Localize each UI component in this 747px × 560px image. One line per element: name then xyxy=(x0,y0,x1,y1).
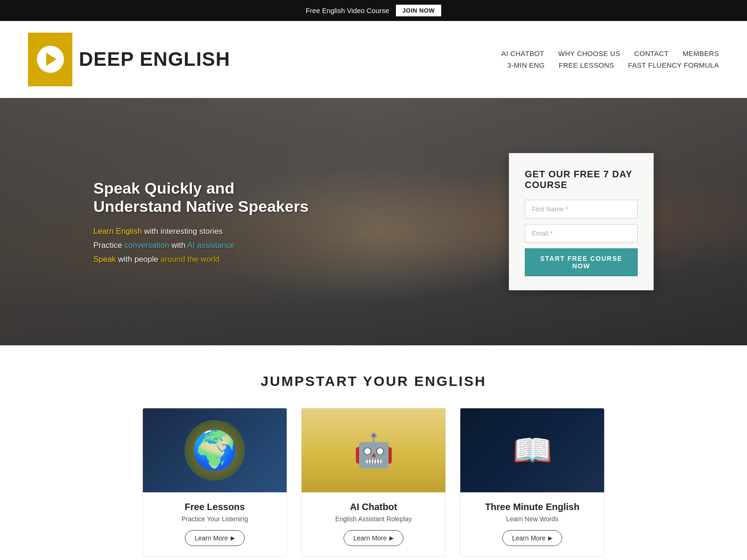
play-icon xyxy=(46,53,56,66)
hero-section: Speak Quickly and Understand Native Spea… xyxy=(0,98,747,345)
join-now-button[interactable]: JOIN NOW xyxy=(396,5,442,16)
highlight-ai: AI assistance xyxy=(187,241,234,250)
card-2: 📖 Three Minute English Learn New Words L… xyxy=(460,408,605,557)
card-title-2: Three Minute English xyxy=(470,502,595,512)
highlight-world: around the world xyxy=(161,255,220,264)
card-image-2: 📖 xyxy=(460,408,604,492)
nav-3-min-eng[interactable]: 3-MIN ENG xyxy=(507,61,544,69)
learn-more-arrow-0: ▶ xyxy=(231,535,235,541)
card-body-0: Free Lessons Practice Your Listening Lea… xyxy=(143,492,287,556)
nav-row-1: AI CHATBOTWHY CHOOSE USCONTACTMEMBERS xyxy=(501,49,719,57)
card-0: Free Lessons Practice Your Listening Lea… xyxy=(142,408,287,557)
learn-more-label-2: Learn More xyxy=(512,534,546,542)
hero-signup-form: GET OUR FREE 7 DAY COURSE START FREE COU… xyxy=(509,153,654,290)
first-name-input[interactable] xyxy=(525,200,638,218)
signup-title: GET OUR FREE 7 DAY COURSE xyxy=(525,169,638,190)
play-circle xyxy=(37,46,64,73)
card-title-0: Free Lessons xyxy=(152,502,277,512)
nav-members[interactable]: MEMBERS xyxy=(683,49,719,57)
cards-row: Free Lessons Practice Your Listening Lea… xyxy=(93,408,654,557)
promo-text: Free English Video Course xyxy=(306,7,389,14)
practice-text: Practice xyxy=(93,241,124,250)
jumpstart-title: JUMPSTART YOUR ENGLISH xyxy=(93,373,654,389)
with-text: with xyxy=(171,241,187,250)
header: DEEP ENGLISH AI CHATBOTWHY CHOOSE USCONT… xyxy=(0,21,747,98)
learn-more-button-1[interactable]: Learn More ▶ xyxy=(344,530,404,546)
hero-bullet-1: Learn English with interesting stories xyxy=(93,227,317,236)
with-people-text: with people xyxy=(118,255,161,264)
card-subtitle-2: Learn New Words xyxy=(470,515,595,523)
jumpstart-section: JUMPSTART YOUR ENGLISH Free Lessons Prac… xyxy=(0,345,747,560)
hero-title: Speak Quickly and Understand Native Spea… xyxy=(93,179,317,216)
card-title-1: AI Chatbot xyxy=(311,502,436,512)
nav-free-lessons[interactable]: FREE LESSONS xyxy=(559,61,614,69)
card-subtitle-1: English Assistant Roleplay xyxy=(311,515,436,523)
logo-text[interactable]: DEEP ENGLISH xyxy=(79,48,230,70)
hero-content: Speak Quickly and Understand Native Spea… xyxy=(93,179,317,264)
card-image-0 xyxy=(143,408,287,492)
learn-more-label-0: Learn More xyxy=(195,534,228,542)
nav-contact[interactable]: CONTACT xyxy=(634,49,669,57)
hero-bullet-2: Practice conversation with AI assistance xyxy=(93,241,317,250)
highlight-learn: Learn English xyxy=(93,227,142,236)
card-subtitle-0: Practice Your Listening xyxy=(152,515,277,523)
bullet-1-text: with interesting stories xyxy=(144,227,223,236)
card-body-2: Three Minute English Learn New Words Lea… xyxy=(460,492,604,556)
top-bar: Free English Video Course JOIN NOW xyxy=(0,0,747,21)
highlight-speak: Speak xyxy=(93,255,116,264)
nav-row-2: 3-MIN ENGFREE LESSONSFAST FLUENCY FORMUL… xyxy=(507,61,719,69)
learn-more-arrow-1: ▶ xyxy=(389,535,394,541)
logo-area: DEEP ENGLISH xyxy=(28,33,230,86)
nav-area: AI CHATBOTWHY CHOOSE USCONTACTMEMBERS 3-… xyxy=(501,49,719,69)
hero-bullets: Learn English with interesting stories P… xyxy=(93,227,317,264)
highlight-conversation: conversation xyxy=(124,241,169,250)
learn-more-button-0[interactable]: Learn More ▶ xyxy=(185,530,245,546)
card-body-1: AI Chatbot English Assistant Roleplay Le… xyxy=(302,492,445,556)
logo-icon xyxy=(28,33,72,86)
learn-more-arrow-2: ▶ xyxy=(548,535,552,541)
learn-more-label-1: Learn More xyxy=(353,534,387,542)
card-1: 🤖 AI Chatbot English Assistant Roleplay … xyxy=(301,408,446,557)
hero-bullet-3: Speak with people around the world xyxy=(93,255,317,264)
email-input[interactable] xyxy=(525,224,638,243)
learn-more-button-2[interactable]: Learn More ▶ xyxy=(502,530,563,546)
card-image-1: 🤖 xyxy=(302,408,445,492)
nav-fast-fluency[interactable]: FAST FLUENCY FORMULA xyxy=(628,61,719,69)
start-course-button[interactable]: START FREE COURSE NOW xyxy=(525,248,638,276)
nav-why-choose-us[interactable]: WHY CHOOSE US xyxy=(558,49,620,57)
nav-ai-chatbot[interactable]: AI CHATBOT xyxy=(501,49,544,57)
